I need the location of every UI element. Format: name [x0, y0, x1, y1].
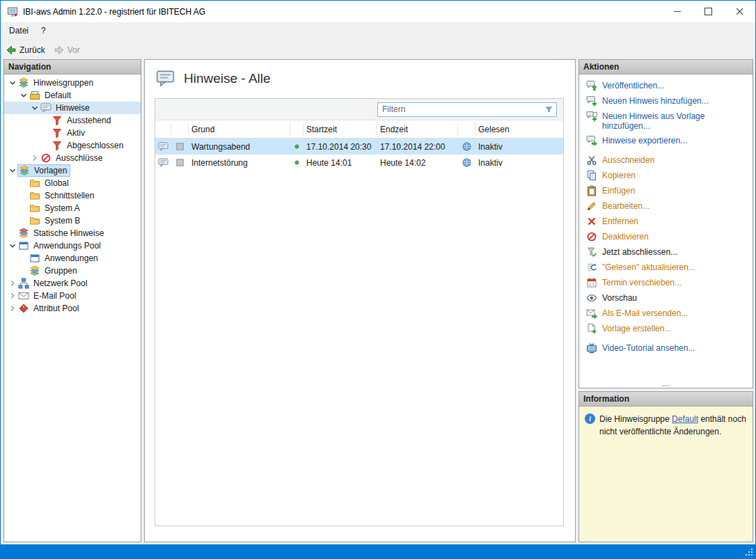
column-header-gelesen-icon[interactable] — [458, 123, 475, 135]
tree-item-aktiv[interactable]: Aktiv — [4, 127, 141, 139]
action-label: Als E-Mail versenden... — [602, 308, 688, 318]
column-header-gelesen[interactable]: Gelesen — [475, 123, 563, 135]
action-label: Einfügen — [602, 186, 635, 196]
folder-icon — [29, 215, 40, 226]
cell-grund: Wartungsabend — [189, 142, 290, 152]
column-header-type-icon[interactable] — [155, 123, 171, 135]
action-label: Neuen Hinweis hinzufügen... — [602, 96, 709, 106]
tree-item-ausschluesse[interactable]: Ausschlüsse — [4, 152, 141, 164]
chevron-expanded-icon[interactable] — [18, 90, 29, 101]
tree-item-system-b[interactable]: System B — [4, 214, 141, 227]
menu-item-datei[interactable]: Datei — [3, 22, 35, 40]
minimize-icon — [674, 11, 681, 12]
action-vorschau[interactable]: Vorschau — [586, 293, 748, 304]
column-header-grund[interactable]: Grund — [189, 123, 290, 135]
minimize-button[interactable] — [661, 1, 693, 22]
app-window: IBI-aws Admin 1.22.0 - registriert für I… — [0, 0, 756, 559]
action-hinweis-aus-vorlage[interactable]: Neuen Hinweis aus Vorlage hinzufügen... — [586, 111, 748, 131]
filter-funnel-icon[interactable] — [544, 105, 553, 114]
action-ausschneiden[interactable]: Ausschneiden — [586, 155, 748, 166]
column-header-color[interactable] — [171, 123, 189, 135]
chevron-collapsed-icon[interactable] — [7, 278, 18, 289]
back-button[interactable]: Zurück — [6, 45, 45, 56]
action-kopieren[interactable]: Kopieren — [586, 171, 748, 181]
chevron-spacer — [18, 215, 29, 226]
tree-item-ausstehend[interactable]: Ausstehend — [4, 114, 141, 127]
table-row[interactable]: Internetstörung Heute 14:01 Heute 14:02 … — [155, 155, 563, 171]
tree-item-label: Attribut Pool — [31, 304, 81, 313]
column-header-endzeit[interactable]: Endzeit — [377, 123, 458, 135]
table-header-row: Grund Startzeit Endzeit Gelesen — [155, 120, 563, 139]
action-entfernen[interactable]: Entfernen — [586, 216, 748, 227]
forward-button[interactable]: Vor — [54, 45, 80, 56]
tree-item-default[interactable]: Default — [4, 89, 141, 102]
window-controls — [661, 1, 755, 22]
globe-sync-icon — [458, 141, 475, 152]
list-empty-area — [155, 171, 563, 526]
table-row[interactable]: Wartungsabend 17.10.2014 20:30 17.10.201… — [155, 139, 563, 155]
action-video-tutorial[interactable]: Video-Tutorial ansehen... — [586, 343, 748, 354]
cell-gelesen: Inaktiv — [475, 158, 563, 168]
tree-item-hinweise[interactable]: Hinweise — [4, 102, 141, 114]
navigation-panel: Navigation Hinweisgruppen Default Hinwei… — [3, 59, 141, 542]
action-vorlage-erstellen[interactable]: Vorlage erstellen... — [586, 324, 748, 334]
tree-item-netzwerk-pool[interactable]: Netzwerk Pool — [4, 277, 141, 290]
chevron-collapsed-icon[interactable] — [29, 152, 40, 164]
navigation-panel-header: Navigation — [4, 60, 141, 74]
action-jetzt-abschliessen[interactable]: Jetzt abschliessen... — [586, 247, 748, 258]
column-header-startzeit[interactable]: Startzeit — [304, 123, 377, 135]
layers-icon — [18, 77, 29, 88]
toolbar: Zurück Vor — [1, 40, 755, 59]
tree-item-vorlagen[interactable]: Vorlagen — [4, 164, 141, 177]
action-einfuegen[interactable]: Einfügen — [586, 186, 748, 196]
maximize-button[interactable] — [693, 1, 724, 22]
tree-item-anwendungen[interactable]: Anwendungen — [4, 252, 141, 265]
chevron-expanded-icon[interactable] — [7, 240, 18, 251]
page-title: Hinweise - Alle — [184, 71, 271, 86]
tree-item-schnittstellen[interactable]: Schnittstellen — [4, 189, 141, 202]
information-body: i Die Hinweisgruppe Default enthält noch… — [579, 407, 753, 444]
chevron-expanded-icon[interactable] — [7, 165, 18, 176]
default-group-link[interactable]: Default — [672, 414, 698, 424]
action-label: Bearbeiten... — [602, 201, 649, 211]
action-bearbeiten[interactable]: Bearbeiten... — [586, 201, 748, 212]
menu-item-help[interactable]: ? — [35, 22, 52, 40]
resize-grip[interactable] — [745, 548, 753, 556]
refresh-icon — [586, 262, 597, 273]
chevron-expanded-icon[interactable] — [7, 77, 18, 88]
tree-item-label: Anwendungen — [42, 253, 100, 263]
tree-item-system-a[interactable]: System A — [4, 202, 141, 214]
tree-item-label: Vorlagen — [32, 166, 69, 175]
information-text-before: Die Hinweisgruppe — [599, 414, 672, 424]
funnel-icon — [52, 115, 63, 126]
chevron-collapsed-icon[interactable] — [7, 290, 18, 301]
filter-input[interactable] — [382, 104, 544, 114]
tree-item-label: Ausstehend — [65, 116, 113, 125]
tree-item-label: Statische Hinweise — [31, 228, 106, 238]
action-deaktivieren[interactable]: Deaktivieren — [586, 232, 748, 242]
chevron-expanded-icon[interactable] — [29, 102, 40, 113]
tree-item-gruppen[interactable]: Gruppen — [4, 265, 141, 277]
actions-overflow[interactable]: ... — [579, 380, 753, 388]
clipboard-icon — [586, 185, 597, 196]
tree-item-global[interactable]: Global — [4, 177, 141, 189]
eye-icon — [586, 292, 597, 304]
tree-item-anwendungs-pool[interactable]: Anwendungs Pool — [4, 239, 141, 252]
tree-item-attribut-pool[interactable]: Attribut Pool — [4, 302, 141, 315]
action-label: Vorschau — [602, 293, 637, 303]
action-label: Termin verschieben... — [602, 278, 682, 288]
tree-item-email-pool[interactable]: E-Mail Pool — [4, 290, 141, 302]
action-hinweise-exportieren[interactable]: Hinweise exportieren... — [586, 136, 748, 146]
action-termin-verschieben[interactable]: Termin verschieben... — [586, 278, 748, 288]
tree-item-hinweisgruppen[interactable]: Hinweisgruppen — [4, 77, 141, 89]
column-header-status[interactable] — [290, 123, 304, 135]
action-als-email-versenden[interactable]: Als E-Mail versenden... — [586, 308, 748, 319]
action-veroeffentlichen[interactable]: Veröffentlichen... — [586, 81, 748, 91]
action-neuer-hinweis[interactable]: Neuen Hinweis hinzufügen... — [586, 96, 748, 107]
tree-item-abgeschlossen[interactable]: Abgeschlossen — [4, 139, 141, 152]
chevron-collapsed-icon[interactable] — [7, 303, 18, 314]
tree-item-statische-hinweise[interactable]: Statische Hinweise — [4, 227, 141, 239]
chevron-spacer — [18, 253, 29, 264]
close-button[interactable] — [724, 1, 755, 22]
action-gelesen-aktualisieren[interactable]: "Gelesen" aktualisieren... — [586, 262, 748, 273]
